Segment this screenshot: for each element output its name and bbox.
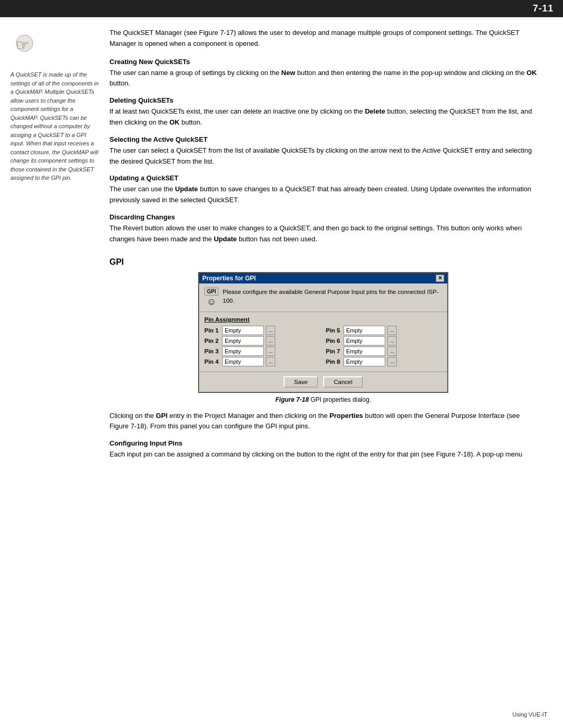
pin-row-7: Pin 7 ...	[326, 347, 442, 356]
pin-8-button[interactable]: ...	[387, 357, 397, 366]
section-body-discarding: The Revert button allows the user to mak…	[109, 223, 537, 245]
dialog-body: Pin Assignment Pin 1 ... Pin 2	[199, 312, 447, 372]
section-title-selecting: Selecting the Active QuickSET	[109, 135, 537, 143]
dialog-footer: Save Cancel	[199, 372, 447, 392]
figure-caption: Figure 7-18 GPI properties dialog.	[109, 396, 537, 403]
figure-caption-text: GPI properties dialog.	[309, 396, 371, 403]
gpi-heading: GPI	[109, 257, 537, 267]
pin-4-field[interactable]	[222, 357, 264, 366]
pin-row-6: Pin 6 ...	[326, 336, 442, 346]
pin-2-label: Pin 2	[204, 338, 220, 344]
section-updating: Updating a QuickSET The user can use the…	[109, 174, 537, 206]
dialog-header-icon: ☺	[206, 297, 216, 307]
section-configuring: Configuring Input Pins Each input pin ca…	[109, 439, 537, 460]
pin-grid: Pin 1 ... Pin 2 ... Pin 3	[204, 326, 442, 367]
section-title-discarding: Discarding Changes	[109, 213, 537, 221]
pin-1-field[interactable]	[222, 326, 264, 335]
dialog-titlebar: Properties for GPI ✕	[199, 273, 447, 283]
pin-4-label: Pin 4	[204, 359, 220, 365]
pin-3-field[interactable]	[222, 347, 264, 356]
section-discarding: Discarding Changes The Revert button all…	[109, 213, 537, 245]
pin-row-4: Pin 4 ...	[204, 357, 321, 366]
sidebar-note: ☞ A QuickSET is made up of the settings …	[10, 28, 99, 464]
pin-8-label: Pin 8	[326, 359, 341, 365]
cancel-button[interactable]: Cancel	[323, 376, 363, 388]
pin-left-column: Pin 1 ... Pin 2 ... Pin 3	[204, 326, 321, 367]
section-title-updating: Updating a QuickSET	[109, 174, 537, 182]
section-body-configuring: Each input pin can be assigned a command…	[109, 449, 537, 460]
pin-7-button[interactable]: ...	[387, 347, 397, 356]
gpi-dialog-wrapper: Properties for GPI ✕ GPI ☺ Please config…	[109, 272, 537, 393]
after-dialog-paragraph: Clicking on the GPI entry in the Project…	[109, 411, 537, 433]
note-icon: ☞	[10, 33, 99, 66]
pin-5-label: Pin 5	[326, 327, 341, 334]
save-button[interactable]: Save	[284, 376, 318, 388]
pin-6-field[interactable]	[344, 336, 385, 346]
gpi-dialog: Properties for GPI ✕ GPI ☺ Please config…	[198, 272, 448, 393]
pin-1-label: Pin 1	[204, 327, 220, 334]
dialog-title: Properties for GPI	[202, 275, 256, 282]
pin-3-label: Pin 3	[204, 348, 220, 354]
pin-7-field[interactable]	[344, 347, 385, 356]
svg-text:☞: ☞	[16, 36, 30, 54]
pin-4-button[interactable]: ...	[266, 357, 275, 366]
pin-right-column: Pin 5 ... Pin 6 ... Pin 7	[326, 326, 442, 367]
pin-3-button[interactable]: ...	[266, 347, 275, 356]
section-title-deleting: Deleting QuickSETs	[109, 96, 537, 104]
pin-5-field[interactable]	[344, 326, 385, 335]
intro-paragraph: The QuickSET Manager (see Figure 7-17) a…	[109, 28, 537, 50]
pin-2-field[interactable]	[222, 336, 264, 346]
pin-7-label: Pin 7	[326, 348, 341, 354]
pin-row-5: Pin 5 ...	[326, 326, 442, 335]
page-number: 7-11	[0, 0, 563, 17]
dialog-close-button[interactable]: ✕	[436, 275, 444, 282]
pin-1-button[interactable]: ...	[266, 326, 275, 335]
section-body-selecting: The user can select a QuickSET from the …	[109, 145, 537, 167]
dialog-gpi-label: GPI	[204, 288, 218, 295]
dialog-header-row: GPI ☺ Please configure the available Gen…	[199, 283, 447, 312]
section-creating: Creating New QuickSETs The user can name…	[109, 58, 537, 90]
pin-5-button[interactable]: ...	[387, 326, 397, 335]
pin-row-3: Pin 3 ...	[204, 347, 321, 356]
page-footer: Using VUE-IT	[512, 711, 547, 718]
section-title-configuring: Configuring Input Pins	[109, 439, 537, 447]
pin-row-8: Pin 8 ...	[326, 357, 442, 366]
section-body-updating: The user can use the Update button to sa…	[109, 184, 537, 206]
pin-6-label: Pin 6	[326, 338, 341, 344]
section-selecting: Selecting the Active QuickSET The user c…	[109, 135, 537, 167]
figure-caption-bold: Figure 7-18	[275, 396, 309, 403]
pin-row-1: Pin 1 ...	[204, 326, 321, 335]
pin-8-field[interactable]	[344, 357, 385, 366]
pin-row-2: Pin 2 ...	[204, 336, 321, 346]
dialog-header-description: Please configure the available General P…	[223, 288, 442, 306]
pin-assignment-label: Pin Assignment	[204, 316, 442, 323]
sidebar-note-text: A QuickSET is made up of the settings of…	[10, 70, 99, 182]
section-deleting: Deleting QuickSETs If at least two Quick…	[109, 96, 537, 128]
section-body-deleting: If at least two QuickSETs exist, the use…	[109, 106, 537, 128]
pin-6-button[interactable]: ...	[387, 336, 397, 346]
pin-2-button[interactable]: ...	[266, 336, 275, 346]
main-content: The QuickSET Manager (see Figure 7-17) a…	[109, 28, 537, 464]
section-title-creating: Creating New QuickSETs	[109, 58, 537, 66]
section-body-creating: The user can name a group of settings by…	[109, 68, 537, 90]
